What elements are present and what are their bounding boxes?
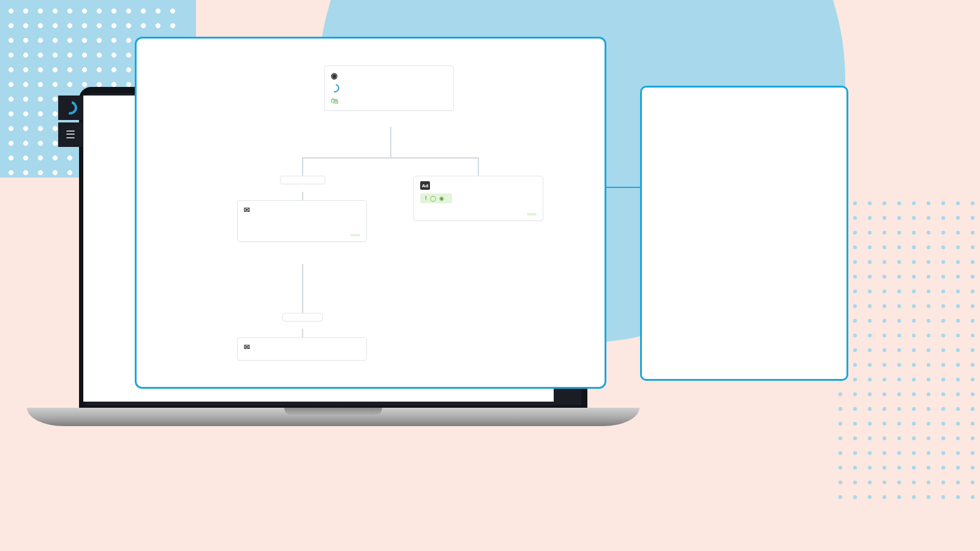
- swoosh-icon: [329, 82, 341, 94]
- email1-status-badge: [350, 234, 360, 236]
- instagram-icon: ◯: [430, 195, 436, 201]
- dots-pattern-blue: [833, 196, 980, 502]
- envelope-icon: ✉: [244, 343, 250, 351]
- email-card-1[interactable]: ✉: [237, 200, 367, 242]
- flow-connector: [302, 329, 303, 337]
- user-icon: ◉: [331, 71, 337, 80]
- panel-connector-line: [606, 187, 641, 188]
- flow-connector: [302, 157, 303, 176]
- ads-status-badge: [527, 213, 537, 216]
- swoosh-icon: [61, 99, 80, 117]
- flow-connector: [302, 157, 478, 159]
- flow-connector: [478, 157, 479, 176]
- facebook-icon: f: [425, 195, 427, 201]
- flow-connector: [390, 127, 391, 157]
- trigger-card[interactable]: ◉ 🛍: [324, 66, 454, 111]
- ads-card[interactable]: Ad f ◯ ◉: [413, 176, 543, 221]
- wait-step-1[interactable]: [280, 176, 325, 184]
- flow-connector: [302, 264, 303, 313]
- info-panel: [640, 86, 848, 381]
- wait-step-2[interactable]: [282, 313, 323, 321]
- target-icon: ◉: [439, 195, 444, 201]
- shopify-icon: 🛍: [331, 96, 339, 105]
- laptop-notch: [284, 408, 382, 415]
- flow-canvas: ◉ 🛍 ✉: [159, 66, 582, 384]
- ad-icon: Ad: [420, 181, 430, 190]
- hamburger-icon: ☰: [66, 128, 75, 141]
- automation-modal: ◉ 🛍 ✉: [135, 37, 606, 389]
- envelope-icon: ✉: [244, 206, 250, 214]
- app-logo[interactable]: [58, 96, 83, 120]
- ads-channels-chip: f ◯ ◉: [420, 193, 452, 203]
- flow-connector: [302, 192, 303, 200]
- hamburger-menu-button[interactable]: ☰: [58, 122, 83, 147]
- email-card-2[interactable]: ✉: [237, 337, 367, 361]
